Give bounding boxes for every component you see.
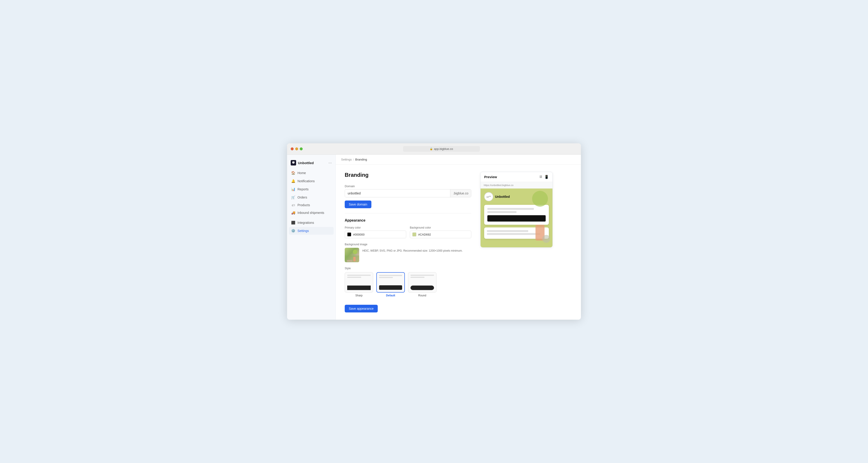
appearance-title: Appearance	[345, 218, 471, 222]
sidebar-item-label: Notifications	[298, 179, 315, 183]
cart-icon: 🛒	[291, 195, 295, 199]
breadcrumb-parent[interactable]: Settings	[341, 158, 352, 161]
style-option-sharp[interactable]: Sharp	[345, 272, 373, 297]
breadcrumb-separator: /	[353, 158, 354, 161]
breadcrumb-current: Branding	[355, 158, 367, 161]
browser-toolbar: 🔒 app.bigblue.co	[287, 143, 581, 155]
close-button[interactable]	[291, 147, 293, 150]
background-color-value: #CAD692	[418, 233, 431, 236]
style-card-sharp	[345, 272, 373, 292]
domain-input[interactable]	[345, 189, 450, 197]
style-option-default[interactable]: Default	[376, 272, 405, 297]
tag-icon: 🏷	[291, 203, 295, 207]
bar-chart-icon: 📊	[291, 187, 295, 191]
desktop-view-icon[interactable]: 🖥	[539, 175, 542, 179]
style-name-default: Default	[386, 294, 395, 297]
style-name-sharp: Sharp	[355, 294, 363, 297]
sidebar-item-products[interactable]: 🏷 Products	[289, 201, 334, 209]
domain-suffix: .bigblue.co	[450, 189, 471, 197]
background-color-label: Background color	[410, 226, 471, 229]
sidebar-nav: 🏠 Home 🔔 Notifications 📊 Reports 🛒	[287, 169, 336, 235]
color-row: Primary color #000000 Background color #…	[345, 226, 471, 238]
brand-logo-icon	[292, 161, 295, 164]
preview-bottom-line-2	[487, 233, 540, 235]
sidebar-item-orders[interactable]: 🛒 Orders	[289, 193, 334, 201]
sidebar-more-icon[interactable]: ···	[329, 160, 332, 165]
primary-color-swatch	[347, 233, 351, 237]
sharp-button-preview	[347, 285, 371, 290]
preview-brand-name: Unbottled	[495, 195, 510, 198]
sidebar-item-notifications[interactable]: 🔔 Notifications	[289, 177, 334, 185]
sidebar-item-inbound-shipments[interactable]: 🚚 Inbound shipments	[289, 209, 334, 217]
preview-content: unbld Unbottled	[480, 189, 553, 247]
sidebar-item-label: Integrations	[298, 221, 314, 224]
sidebar-item-label: Inbound shipments	[298, 211, 324, 215]
preview-url-bar: https://unbottled.bigblue.co	[480, 182, 553, 189]
sidebar-header: Unbottled ···	[287, 158, 336, 169]
app-layout: Unbottled ··· 🏠 Home 🔔 Notifications 📊	[287, 155, 581, 320]
style-options: Sharp	[345, 272, 471, 297]
maximize-button[interactable]	[300, 147, 303, 150]
main-content: Settings / Branding Branding Domain .big…	[336, 155, 581, 320]
truck-icon: 🚚	[291, 211, 295, 215]
background-image-row: HEIC, WEBP, SVG, PNG or JPG. Recommended…	[345, 248, 471, 262]
mobile-view-icon[interactable]: 📱	[544, 175, 549, 179]
default-button-preview	[379, 285, 402, 290]
url-input[interactable]: 🔒 app.bigblue.co	[403, 146, 480, 152]
background-color-swatch	[412, 233, 416, 237]
style-line-2	[379, 277, 393, 278]
bell-icon: 🔔	[291, 179, 295, 183]
browser-window: 🔒 app.bigblue.co Unbottled ···	[287, 143, 581, 320]
sidebar-item-integrations[interactable]: ⬛ Integrations	[289, 219, 334, 226]
lock-icon: 🔒	[430, 147, 433, 150]
style-card-default	[376, 272, 405, 292]
style-line-1	[347, 275, 371, 276]
brand-icon	[291, 160, 296, 165]
preview-logo: unbld	[484, 192, 493, 201]
background-color-input[interactable]: #CAD692	[410, 230, 471, 238]
sidebar-item-label: Products	[298, 203, 310, 207]
round-button-preview	[410, 285, 434, 290]
style-line-1	[379, 275, 402, 276]
primary-color-input[interactable]: #000000	[345, 230, 406, 238]
sidebar-brand: Unbottled	[291, 160, 314, 165]
style-line-2	[347, 277, 361, 278]
sidebar-item-label: Home	[298, 171, 306, 175]
background-image-label: Background image	[345, 243, 471, 246]
preview-view-toggle: 🖥 📱	[539, 175, 549, 179]
domain-label: Domain	[345, 184, 471, 188]
primary-color-label: Primary color	[345, 226, 406, 229]
style-option-round[interactable]: Round	[408, 272, 436, 297]
background-image-thumbnail[interactable]	[345, 248, 359, 262]
sidebar-item-label: Orders	[298, 195, 307, 199]
sidebar-item-home[interactable]: 🏠 Home	[289, 169, 334, 177]
preview-card: Preview 🖥 📱 https://unbottled.bigblue.co	[480, 172, 553, 248]
sidebar-item-settings[interactable]: ⚙️ Settings	[289, 227, 334, 235]
sidebar-item-reports[interactable]: 📊 Reports	[289, 185, 334, 193]
style-line-1	[410, 275, 434, 276]
preview-skeleton-2	[487, 211, 517, 213]
preview-panel: Preview 🖥 📱 https://unbottled.bigblue.co	[480, 172, 553, 312]
save-domain-button[interactable]: Save domain	[345, 200, 371, 208]
domain-row: .bigblue.co	[345, 189, 471, 197]
gear-icon: ⚙️	[291, 229, 295, 233]
style-line-2	[410, 277, 425, 278]
content-area: Branding Domain .bigblue.co Save domain …	[336, 164, 581, 320]
style-section: Style Sh	[345, 267, 471, 297]
save-appearance-button[interactable]: Save appearance	[345, 305, 378, 312]
style-card-lines	[379, 275, 402, 278]
background-image-section: Background image HEIC, WEBP, SVG, PNG or	[345, 243, 471, 262]
preview-title: Preview	[484, 175, 497, 179]
url-bar: 🔒 app.bigblue.co	[305, 146, 577, 152]
primary-color-value: #000000	[353, 233, 365, 236]
primary-color-field: Primary color #000000	[345, 226, 406, 238]
blob-grey	[542, 235, 550, 243]
preview-inner-card	[484, 205, 549, 225]
minimize-button[interactable]	[295, 147, 298, 150]
sidebar-item-label: Reports	[298, 187, 309, 191]
style-card-round	[408, 272, 436, 292]
style-card-lines	[410, 275, 434, 278]
page-title: Branding	[345, 172, 471, 178]
breadcrumb: Settings / Branding	[336, 155, 581, 164]
preview-cta-button	[487, 215, 546, 221]
